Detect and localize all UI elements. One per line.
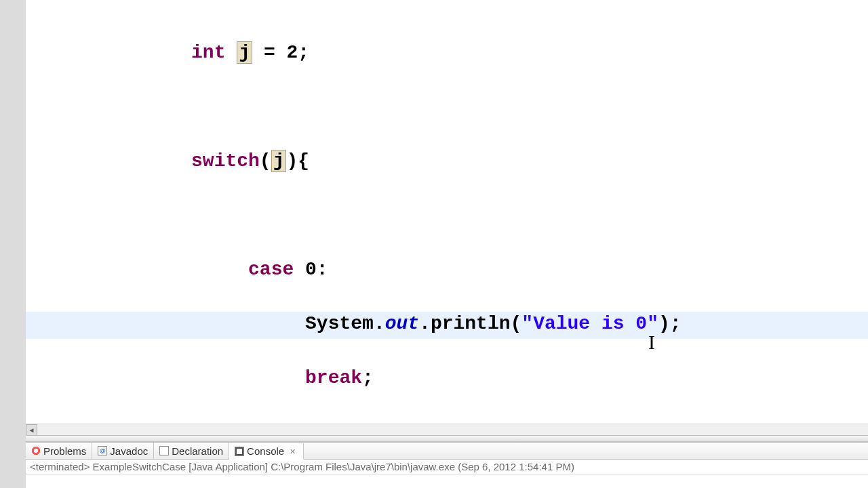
tab-javadoc[interactable]: @ Javadoc: [92, 443, 154, 459]
println-end: );: [658, 313, 682, 334]
indent: [77, 150, 191, 171]
window-left-edge: [0, 0, 26, 488]
tab-label: Console: [247, 445, 284, 457]
tab-label: Declaration: [172, 445, 223, 457]
tab-label: Problems: [43, 445, 86, 457]
tab-console[interactable]: Console ✕: [229, 443, 304, 460]
source-code[interactable]: int j = 2; switch(j){ case 0: System.out…: [77, 0, 868, 424]
console-status-line: <terminated> ExampleSwitchCase [Java App…: [26, 460, 868, 474]
close-icon[interactable]: ✕: [290, 447, 298, 455]
tab-label: Javadoc: [110, 445, 148, 457]
case-label-0: 0:: [294, 259, 328, 280]
system-ref: System.: [305, 313, 385, 334]
var-j-occurrence: j: [271, 150, 287, 172]
switch-open: ){: [286, 150, 309, 171]
keyword-case: case: [248, 259, 294, 280]
tab-declaration[interactable]: Declaration: [154, 443, 229, 459]
indent: [77, 259, 248, 280]
keyword-int: int: [191, 42, 225, 63]
keyword-break: break: [305, 367, 362, 388]
tab-problems[interactable]: Problems: [26, 443, 92, 459]
problems-icon: [31, 446, 41, 455]
javadoc-icon: @: [98, 446, 107, 455]
semicolon: ;: [362, 367, 374, 388]
println-call: .println(: [419, 313, 521, 334]
int-init: = 2;: [252, 42, 309, 63]
views-tab-bar: Problems @ Javadoc Declaration Console ✕: [26, 442, 868, 460]
keyword-switch: switch: [191, 150, 260, 171]
console-icon: [235, 447, 244, 456]
indent: [77, 42, 191, 63]
sash-resize-handle[interactable]: [26, 435, 868, 442]
launch-status-text: <terminated> ExampleSwitchCase [Java App…: [30, 461, 574, 472]
var-j-occurrence: j: [237, 41, 252, 64]
out-field: out: [385, 313, 419, 334]
declaration-icon: [159, 446, 169, 455]
indent: [77, 313, 305, 334]
indent: [77, 367, 305, 388]
scroll-left-arrow-icon[interactable]: ◄: [26, 424, 37, 436]
horizontal-scrollbar[interactable]: ◄: [26, 424, 868, 435]
string-literal-0: "Value is 0": [521, 313, 658, 334]
code-editor[interactable]: int j = 2; switch(j){ case 0: System.out…: [26, 0, 868, 424]
